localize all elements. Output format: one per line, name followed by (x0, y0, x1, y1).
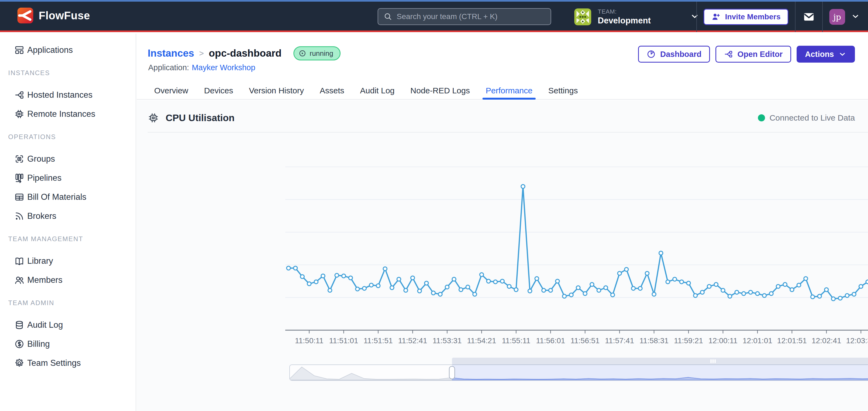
sidebar: ApplicationsINSTANCESHosted InstancesRem… (0, 34, 136, 411)
tab-performance[interactable]: Performance (484, 82, 534, 99)
data-point-marker (349, 276, 352, 280)
cpu-utilisation-chart: 0%0.5%1%1.5%2%2.5%11:50:1111:51:0111:51:… (137, 133, 868, 356)
x-axis-label: 11:53:31 (433, 336, 462, 345)
x-axis-label: 12:01:51 (777, 336, 807, 345)
node-red-fork-icon (724, 49, 733, 59)
data-point-marker (590, 282, 594, 286)
team-search[interactable] (378, 8, 551, 25)
sidebar-item-brokers[interactable]: Brokers (0, 207, 136, 225)
sidebar-item-groups[interactable]: Groups (0, 150, 136, 168)
breadcrumb-instances-link[interactable]: Instances (148, 48, 194, 59)
hosted-instances-icon (14, 90, 25, 100)
data-point-marker (701, 290, 704, 294)
divider (822, 2, 823, 32)
data-point-marker (293, 266, 297, 270)
tab-version-history[interactable]: Version History (247, 82, 306, 99)
data-point-marker (659, 251, 663, 255)
sidebar-item-label: Brokers (27, 211, 56, 221)
sidebar-item-bill-of-materials[interactable]: Bill Of Materials (0, 189, 136, 206)
search-input[interactable] (397, 12, 545, 21)
tab-overview[interactable]: Overview (153, 82, 190, 99)
members-icon (14, 275, 25, 285)
top-navbar: FlowFuse TEAM: Development (0, 2, 868, 32)
actions-button[interactable]: Actions (797, 46, 855, 63)
sidebar-item-label: Billing (27, 339, 50, 349)
remote-instances-icon (14, 109, 25, 119)
divider (696, 2, 697, 32)
sidebar-item-members[interactable]: Members (0, 271, 136, 289)
chart-title: CPU Utilisation (166, 112, 235, 123)
data-point-marker (521, 184, 525, 189)
data-point-marker (563, 294, 566, 298)
data-point-marker (852, 292, 856, 296)
sidebar-item-team-settings[interactable]: Team Settings (0, 354, 136, 372)
data-point-marker (673, 277, 677, 281)
page-title: opc-dashboard (209, 48, 281, 59)
data-point-marker (355, 287, 359, 291)
sidebar-item-remote-instances[interactable]: Remote Instances (0, 105, 136, 123)
sidebar-section-team-admin: TEAM ADMIN (8, 298, 54, 308)
tab-audit-log[interactable]: Audit Log (359, 82, 396, 99)
data-point-marker (631, 286, 636, 290)
dashboard-button[interactable]: Dashboard (638, 46, 710, 63)
data-point-marker (769, 292, 773, 296)
team-name: Development (598, 16, 651, 26)
data-point-marker (838, 296, 842, 300)
brokers-icon (14, 211, 25, 221)
sidebar-item-library[interactable]: Library (0, 252, 136, 270)
user-avatar: jp (829, 9, 845, 25)
data-point-marker (776, 284, 780, 288)
data-point-marker (473, 292, 477, 296)
envelope-icon (802, 11, 816, 23)
data-point-marker (480, 273, 484, 277)
data-point-marker (425, 281, 428, 285)
logo-text: FlowFuse (39, 9, 90, 22)
brush-selection[interactable] (452, 365, 868, 380)
performance-panel: CPU Utilisation Connected to Live Data 0… (137, 100, 868, 411)
sidebar-item-label: Members (27, 275, 62, 285)
team-selector[interactable]: TEAM: Development (574, 8, 700, 26)
data-point-marker (618, 271, 621, 275)
data-point-marker (694, 294, 698, 298)
flowfuse-logo[interactable]: FlowFuse (18, 8, 90, 24)
open-editor-button[interactable]: Open Editor (715, 46, 791, 63)
x-axis-label: 11:59:21 (674, 336, 703, 345)
data-point-marker (652, 292, 656, 296)
sidebar-item-pipelines[interactable]: Pipelines (0, 169, 136, 187)
brush-selection-header[interactable] (452, 358, 868, 365)
data-point-marker (383, 267, 387, 271)
instance-tabs: OverviewDevicesVersion HistoryAssetsAudi… (137, 82, 868, 100)
tab-settings[interactable]: Settings (547, 82, 579, 99)
navbar-right-cluster: Invite Members jp (690, 2, 860, 32)
live-dot-icon (758, 114, 765, 122)
sidebar-item-applications[interactable]: Applications (0, 41, 136, 59)
notifications-button[interactable] (802, 11, 816, 23)
user-menu[interactable]: jp (829, 9, 860, 25)
sidebar-item-billing[interactable]: Billing (0, 335, 136, 353)
brush-handle-left[interactable] (449, 366, 455, 379)
sidebar-item-audit-log[interactable]: Audit Log (0, 316, 136, 334)
data-point-marker (287, 266, 290, 270)
data-point-marker (707, 284, 711, 288)
application-link[interactable]: Mayker Workshop (192, 63, 255, 72)
breadcrumb: Instances > opc-dashboard running (148, 46, 341, 61)
data-point-marker (390, 286, 394, 289)
invite-members-button[interactable]: Invite Members (704, 9, 788, 25)
data-point-marker (445, 285, 449, 289)
data-point-marker (328, 288, 332, 292)
brush-grip-icon[interactable] (711, 359, 712, 363)
sidebar-item-hosted-instances[interactable]: Hosted Instances (0, 86, 136, 104)
x-axis-label: 11:50:11 (295, 336, 324, 345)
brush-grip-icon[interactable] (715, 359, 716, 363)
tab-devices[interactable]: Devices (203, 82, 235, 99)
data-point-marker (466, 285, 470, 289)
tab-node-red-logs[interactable]: Node-RED Logs (409, 82, 471, 99)
chart-range-brush[interactable] (289, 358, 868, 383)
data-point-marker (721, 288, 725, 292)
pipelines-icon (14, 173, 25, 183)
brush-grip-icon[interactable] (712, 359, 714, 363)
data-point-marker (500, 279, 504, 283)
play-circle-icon (299, 49, 306, 57)
data-point-marker (369, 283, 373, 287)
tab-assets[interactable]: Assets (318, 82, 346, 99)
